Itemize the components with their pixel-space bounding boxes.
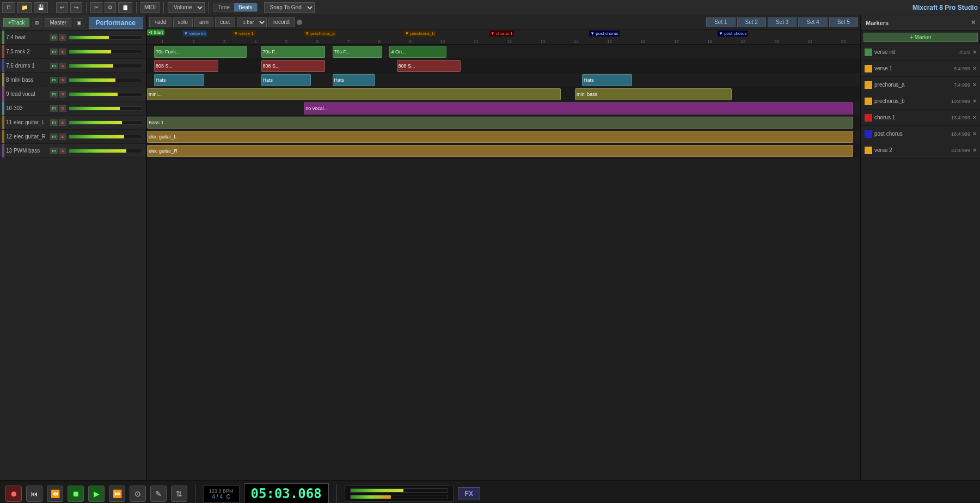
markers-close-btn[interactable]: ✕	[971, 19, 976, 26]
track-mute-btn[interactable]: m	[50, 49, 58, 55]
marker-close-btn[interactable]: ✕	[972, 49, 977, 55]
clip[interactable]: mini bass	[575, 88, 732, 100]
track-mute-btn[interactable]: m	[50, 119, 58, 126]
track-fader[interactable]	[69, 106, 142, 111]
track-row-7[interactable]: 12 elec guitar_R m s	[0, 130, 146, 144]
track-solo-btn[interactable]: s	[59, 119, 66, 126]
track-solo-btn[interactable]: s	[59, 134, 66, 140]
solo-perf-btn[interactable]: solo	[173, 17, 193, 27]
clip[interactable]: no vocal...	[304, 102, 853, 114]
copy-btn[interactable]: ⧉	[105, 2, 116, 13]
arrange-row-0[interactable]: 70s Funk...70s F...70s F...4 On...	[147, 45, 860, 59]
arrange-row-7[interactable]: elec guitar_R	[147, 144, 860, 158]
master-icon[interactable]: ▣	[75, 19, 83, 27]
midi-btn[interactable]: MIDI	[140, 2, 160, 13]
track-row-3[interactable]: 8 mini bass m s	[0, 73, 146, 87]
add-marker-btn[interactable]: + Marker	[863, 33, 978, 42]
performance-btn[interactable]: Performance	[89, 17, 143, 29]
clip[interactable]: Hats	[154, 74, 204, 86]
set4-btn[interactable]: Set 4	[798, 17, 827, 27]
marker-close-btn[interactable]: ✕	[972, 65, 977, 71]
bpm-display[interactable]: 123.0 BPM 4 / 4 C	[203, 486, 240, 502]
marker-close-btn[interactable]: ✕	[972, 82, 977, 88]
marker-item-0[interactable]: verse int 4:1:0 ✕	[861, 44, 980, 60]
arrange-row-6[interactable]: elec guitar_L	[147, 130, 860, 144]
marker-item-5[interactable]: post chorus 18:4:999 ✕	[861, 126, 980, 142]
time-display[interactable]: 05:03.068	[244, 483, 329, 503]
track-row-5[interactable]: 10 303 m s	[0, 101, 146, 116]
track-fader[interactable]	[69, 120, 142, 125]
clip[interactable]: elec guitar_R	[147, 145, 853, 157]
arrange-row-3[interactable]: mini...mini bass	[147, 87, 860, 101]
track-solo-btn[interactable]: s	[59, 63, 66, 69]
track-fader[interactable]	[69, 64, 142, 68]
track-row-0[interactable]: 7.4 beat m s	[0, 31, 146, 45]
marker-item-3[interactable]: prechorus_b 10:4:999 ✕	[861, 93, 980, 110]
bar-select[interactable]: 1 bar	[237, 17, 267, 27]
stop-btn[interactable]: ⏹	[68, 486, 84, 502]
track-mute-btn[interactable]: m	[50, 105, 58, 112]
track-mute-btn[interactable]: m	[50, 91, 58, 98]
track-mute-btn[interactable]: m	[50, 34, 58, 41]
set3-btn[interactable]: Set 3	[768, 17, 797, 27]
clip[interactable]: Bass 1	[147, 117, 853, 129]
track-solo-btn[interactable]: s	[59, 105, 66, 112]
loop-btn[interactable]: ⊙	[130, 486, 146, 502]
arm-perf-btn[interactable]: arm	[194, 17, 213, 27]
cut-btn[interactable]: ✂	[90, 2, 102, 13]
arrange-row-4[interactable]: no vocal...	[147, 101, 860, 116]
snap-dropdown[interactable]: Snap To Grid	[264, 2, 315, 13]
volume-dropdown[interactable]: Volume	[168, 2, 205, 13]
track-solo-btn[interactable]: s	[59, 49, 66, 55]
set1-btn[interactable]: Set 1	[706, 17, 735, 27]
master-btn[interactable]: Master	[45, 18, 71, 27]
track-fader[interactable]	[69, 50, 142, 54]
track-row-6[interactable]: 11 elec guitar_L m s	[0, 116, 146, 130]
add-track-icon[interactable]: ⊞	[33, 19, 41, 27]
track-fader[interactable]	[69, 78, 142, 82]
fx-btn[interactable]: FX	[458, 487, 480, 500]
new-btn[interactable]: 🗋	[2, 2, 15, 13]
clip[interactable]: 808 S...	[397, 60, 461, 72]
record-perf-btn[interactable]: record:	[268, 17, 295, 27]
track-row-8[interactable]: 13 PWM bass m s	[0, 144, 146, 158]
clip[interactable]: Hats	[261, 74, 311, 86]
track-fader[interactable]	[69, 135, 142, 139]
marker-item-1[interactable]: verse 1 5:4:999 ✕	[861, 60, 980, 77]
track-fader[interactable]	[69, 149, 142, 153]
track-mute-btn[interactable]: m	[50, 63, 58, 69]
clip[interactable]: 808 S...	[261, 60, 326, 72]
arrange-row-5[interactable]: Bass 1	[147, 116, 860, 130]
add-perf-btn[interactable]: +add	[149, 17, 171, 27]
fwd-btn[interactable]: ⏩	[109, 486, 125, 502]
track-solo-btn[interactable]: s	[59, 148, 66, 154]
clip[interactable]: 808 S...	[154, 60, 218, 72]
open-btn[interactable]: 📁	[17, 2, 32, 13]
redo-btn[interactable]: ↪	[70, 2, 82, 13]
clip[interactable]: 4 On...	[389, 46, 446, 58]
arrange-row-1[interactable]: 808 S...808 S...808 S...	[147, 59, 860, 73]
clip[interactable]: mini...	[147, 88, 561, 100]
track-mute-btn[interactable]: m	[50, 77, 58, 83]
mix-btn[interactable]: ⇅	[171, 486, 187, 502]
clip[interactable]: 70s F...	[261, 46, 326, 58]
track-mute-btn[interactable]: m	[50, 134, 58, 140]
rewind-btn[interactable]: ⏮	[26, 486, 42, 502]
track-solo-btn[interactable]: s	[59, 34, 66, 41]
marker-item-4[interactable]: chorus 1 13:4:999 ✕	[861, 110, 980, 126]
back-btn[interactable]: ⏪	[47, 486, 63, 502]
clip[interactable]: elec guitar_L	[147, 131, 853, 143]
marker-close-btn[interactable]: ✕	[972, 98, 977, 104]
undo-btn[interactable]: ↩	[56, 2, 68, 13]
marker-close-btn[interactable]: ✕	[972, 114, 977, 120]
paste-btn[interactable]: 📋	[118, 2, 132, 13]
marker-close-btn[interactable]: ✕	[972, 131, 977, 137]
track-solo-btn[interactable]: s	[59, 91, 66, 98]
marker-close-btn[interactable]: ✕	[972, 147, 977, 153]
track-solo-btn[interactable]: s	[59, 77, 66, 83]
clip[interactable]: 70s F...	[333, 46, 383, 58]
clip[interactable]: Hats	[333, 74, 376, 86]
track-fader[interactable]	[69, 92, 142, 96]
track-mute-btn[interactable]: m	[50, 148, 58, 154]
track-row-4[interactable]: 9 lead vocal m s	[0, 87, 146, 101]
